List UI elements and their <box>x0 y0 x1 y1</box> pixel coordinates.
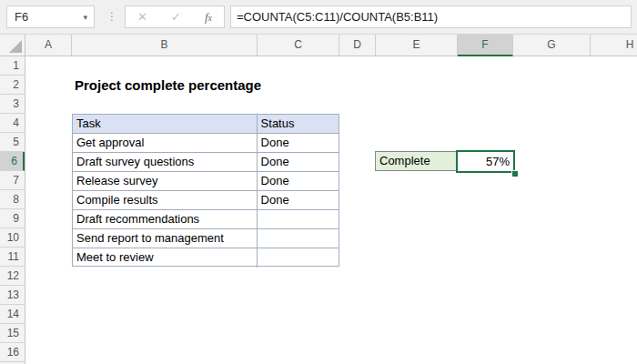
table-row: Draft survey questions Done <box>73 153 339 172</box>
table-header-status[interactable]: Status <box>258 115 339 134</box>
cell-task[interactable]: Release survey <box>73 172 258 191</box>
row-header-6-selected[interactable]: 6 <box>0 152 25 171</box>
row-header[interactable]: 16 <box>0 343 25 362</box>
cell-status[interactable]: Done <box>258 191 339 210</box>
formula-buttons: ✕ ✓ fx <box>125 5 225 28</box>
name-box-dropdown-icon[interactable]: ▾ <box>83 13 94 22</box>
row-header[interactable]: 11 <box>0 248 25 267</box>
cell-status[interactable]: Done <box>258 172 339 191</box>
table-header-task[interactable]: Task <box>73 115 258 134</box>
table-row: Meet to review <box>73 248 339 268</box>
cell-complete-label[interactable]: Complete <box>375 151 458 171</box>
excel-window: F6 ▾ ⋮ ✕ ✓ fx =COUNTA(C5:C11)/COUNTA(B5:… <box>0 0 637 364</box>
cell-status[interactable]: Done <box>258 153 339 172</box>
sheet-area[interactable]: Project complete percentage Task Status … <box>25 56 637 364</box>
cancel-button-icon[interactable]: ✕ <box>137 10 147 24</box>
row-headers: 1 2 3 4 5 6 7 8 9 10 11 12 13 14 15 16 <box>0 56 25 364</box>
cell-b2-title[interactable]: Project complete percentage <box>75 76 261 95</box>
table-row: Draft recommendations <box>73 210 339 229</box>
column-header-g[interactable]: G <box>513 35 591 56</box>
row-header[interactable]: 13 <box>0 286 25 305</box>
row-header[interactable]: 5 <box>0 133 25 152</box>
column-header-c[interactable]: C <box>258 35 339 56</box>
task-table: Task Status Get approval Done Draft surv… <box>72 114 339 267</box>
insert-function-icon[interactable]: fx <box>205 10 212 25</box>
formula-bar-resize-handle-icon[interactable]: ⋮ <box>106 5 118 28</box>
column-header-h[interactable]: H <box>591 35 637 56</box>
name-box-value: F6 <box>7 10 83 24</box>
name-box[interactable]: F6 ▾ <box>6 5 95 28</box>
cell-task[interactable]: Meet to review <box>73 248 258 268</box>
table-row: Compile results Done <box>73 191 339 210</box>
row-header[interactable]: 3 <box>0 95 25 114</box>
cell-task[interactable]: Get approval <box>73 134 258 153</box>
column-header-a[interactable]: A <box>25 35 72 56</box>
fill-handle[interactable] <box>511 170 519 177</box>
column-header-f-selected[interactable]: F <box>458 35 513 56</box>
row-header[interactable]: 8 <box>0 190 25 209</box>
enter-button-icon[interactable]: ✓ <box>171 10 181 24</box>
cell-status[interactable] <box>258 229 339 248</box>
cell-task[interactable]: Draft recommendations <box>73 210 258 229</box>
cell-status[interactable] <box>258 248 339 268</box>
table-row: Send report to management <box>73 229 339 248</box>
row-header[interactable]: 4 <box>0 114 25 133</box>
cell-status[interactable]: Done <box>258 134 339 153</box>
row-header[interactable]: 12 <box>0 267 25 286</box>
row-header[interactable]: 14 <box>0 305 25 324</box>
row-header[interactable]: 9 <box>0 209 25 228</box>
row-header[interactable]: 7 <box>0 171 25 190</box>
column-headers: A B C D E F G H <box>0 35 637 56</box>
table-row: Release survey Done <box>73 172 339 191</box>
formula-bar[interactable]: =COUNTA(C5:C11)/COUNTA(B5:B11) <box>230 5 632 28</box>
select-all-corner[interactable] <box>0 35 25 56</box>
column-header-d[interactable]: D <box>339 35 376 56</box>
select-all-triangle-icon <box>9 40 22 53</box>
selected-cell-f6[interactable]: 57% <box>456 150 515 173</box>
formula-toolbar: F6 ▾ ⋮ ✕ ✓ fx =COUNTA(C5:C11)/COUNTA(B5:… <box>0 0 637 35</box>
row-header[interactable]: 2 <box>0 76 25 95</box>
formula-text: =COUNTA(C5:C11)/COUNTA(B5:B11) <box>231 10 438 24</box>
column-header-e[interactable]: E <box>376 35 458 56</box>
cell-task[interactable]: Compile results <box>73 191 258 210</box>
table-header-row: Task Status <box>73 115 339 134</box>
cell-task[interactable]: Send report to management <box>73 229 258 248</box>
row-header[interactable]: 15 <box>0 324 25 343</box>
table-row: Get approval Done <box>73 134 339 153</box>
cell-status[interactable] <box>258 210 339 229</box>
column-header-b[interactable]: B <box>72 35 258 56</box>
row-header[interactable]: 10 <box>0 228 25 248</box>
row-header[interactable]: 1 <box>0 56 25 76</box>
cell-task[interactable]: Draft survey questions <box>73 153 258 172</box>
